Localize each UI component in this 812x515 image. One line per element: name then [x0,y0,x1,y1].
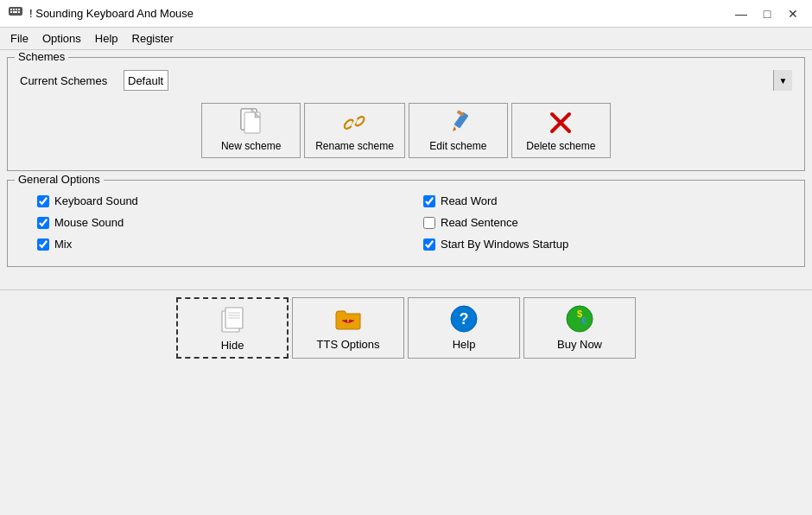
edit-scheme-icon [444,109,472,137]
current-schemes-select[interactable]: Default [124,70,168,91]
new-scheme-button[interactable]: New scheme [201,103,301,158]
svg-rect-6 [13,11,17,13]
help-label: Help [453,338,476,351]
schemes-group: Schemes Current Schemes Default ▼ [7,57,805,171]
window-title: ! Sounding Keyboard And Mouse [29,7,193,20]
svg-rect-3 [16,9,17,10]
svg-rect-1 [10,9,12,10]
restore-button[interactable]: □ [755,3,779,24]
current-schemes-label: Current Schemes [20,74,115,87]
checkbox-mouse-sound[interactable] [37,217,49,229]
close-button[interactable]: ✕ [781,3,805,24]
help-icon: ? [448,303,479,334]
main-content: Schemes Current Schemes Default ▼ [0,50,812,283]
menu-file[interactable]: File [3,30,35,47]
label-mouse-sound: Mouse Sound [54,216,124,229]
label-read-sentence: Read Sentence [441,216,518,229]
title-bar-controls: — □ ✕ [729,3,805,24]
checkbox-keyboard-sound[interactable] [37,195,49,207]
svg-marker-17 [453,126,456,131]
label-keyboard-sound: Keyboard Sound [54,194,138,207]
new-scheme-icon [238,109,265,137]
svg-rect-4 [18,9,20,10]
option-mouse-sound: Mouse Sound [37,216,389,229]
edit-scheme-button[interactable]: Edit scheme [409,103,508,158]
label-start-windows-startup: Start By Windows Startup [441,238,568,251]
buy-now-label: Buy Now [557,338,602,351]
tts-options-label: TTS Options [317,338,380,351]
select-arrow-icon: ▼ [773,70,792,91]
svg-text:€: € [581,316,587,326]
title-bar-left: ! Sounding Keyboard And Mouse [7,3,193,24]
delete-scheme-icon [547,109,574,137]
new-scheme-label: New scheme [221,140,281,152]
minimize-button[interactable]: — [729,3,753,24]
option-mix: Mix [37,238,389,251]
svg-rect-7 [18,11,20,13]
buy-now-icon: $ € [564,303,595,334]
menu-register[interactable]: Register [125,30,181,47]
menu-bar: File Options Help Register [0,28,812,50]
option-read-sentence: Read Sentence [423,216,775,229]
title-bar: ! Sounding Keyboard And Mouse — □ ✕ [0,0,812,28]
svg-rect-5 [10,11,12,13]
rename-scheme-label: Rename scheme [315,140,394,152]
schemes-group-title: Schemes [15,50,68,63]
delete-scheme-label: Delete scheme [526,140,595,152]
svg-text:?: ? [460,310,469,327]
checkbox-read-word[interactable] [423,195,435,207]
edit-scheme-label: Edit scheme [429,140,486,152]
rename-scheme-button[interactable]: Rename scheme [304,103,405,158]
scheme-buttons-row: New scheme Rename scheme [20,103,792,158]
delete-scheme-button[interactable]: Delete scheme [511,103,611,158]
menu-options[interactable]: Options [35,30,88,47]
schemes-select-wrapper: Default ▼ [124,70,792,91]
general-options-group: General Options Keyboard Sound Read Word… [7,180,805,267]
help-button[interactable]: ? Help [408,297,520,359]
checkbox-start-windows-startup[interactable] [423,238,435,251]
buy-now-button[interactable]: $ € Buy Now [523,297,636,359]
hide-icon [217,304,248,335]
schemes-row: Current Schemes Default ▼ [20,70,792,91]
option-keyboard-sound: Keyboard Sound [37,194,389,207]
hide-label: Hide [221,339,244,352]
svg-rect-2 [13,9,15,10]
app-icon [7,3,24,24]
option-start-by-windows-startup: Start By Windows Startup [423,238,775,251]
label-mix: Mix [54,238,72,251]
option-read-word: Read Word [423,194,775,207]
checkbox-mix[interactable] [37,238,49,251]
tts-options-button[interactable]: TTS Options [292,297,404,359]
menu-help[interactable]: Help [88,30,125,47]
tts-icon [333,303,364,334]
checkbox-read-sentence[interactable] [423,217,435,229]
bottom-buttons: Hide TTS Options ? Help [0,289,812,366]
label-read-word: Read Word [441,194,498,207]
hide-button[interactable]: Hide [176,297,289,359]
rename-scheme-icon [341,109,369,137]
general-options-title: General Options [15,173,104,186]
